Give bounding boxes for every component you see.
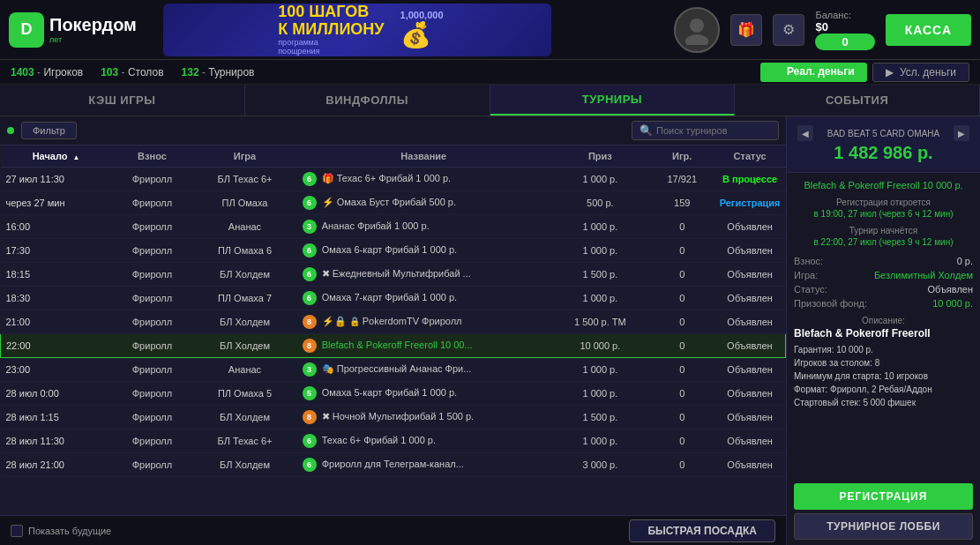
tournament-name: Фриролл для Телеграм-канал... — [322, 459, 464, 469]
cell-fee: Фриролл — [112, 406, 193, 429]
cell-prize: 1 000 р. — [550, 358, 650, 382]
banner-prev[interactable]: ◀ — [797, 125, 813, 141]
cell-game: ПЛ Омаха 5 — [192, 382, 296, 406]
tournament-name: Ежедневный Мультифрибай ... — [333, 268, 471, 279]
cell-start: 28 июл 1:15 — [1, 406, 112, 429]
col-name: Название — [297, 146, 550, 168]
reg-opens-label: Регистрация откроется — [794, 198, 973, 207]
table-row[interactable]: 16:00 Фриролл Ананас 3 Ананас Фрибай 1 0… — [1, 215, 786, 239]
cell-fee: Фриролл — [112, 287, 193, 310]
logo-icon: D — [9, 12, 44, 48]
table-row[interactable]: 18:15 Фриролл БЛ Холдем 6 ✖ Ежедневный М… — [1, 263, 786, 287]
left-panel: Фильтр 🔍 Начало ▲ Взнос Игра — [0, 116, 786, 545]
tournament-name: Ночной Мультифрибай 1 500 р. — [333, 411, 474, 422]
game-badge: 6 — [303, 172, 317, 186]
search-icon: 🔍 — [640, 124, 653, 137]
game-badge: 6 — [303, 243, 317, 258]
banner-line1: 100 ШАГОВ — [278, 4, 384, 21]
cell-game: Ананас — [192, 358, 296, 382]
table-row[interactable]: 28 июл 0:00 Фриролл ПЛ Омаха 5 5 Омаха 5… — [1, 382, 786, 406]
status-key: Статус: — [794, 284, 827, 295]
tournament-name: Омаха 5-карт Фрибай 1 000 р. — [322, 387, 457, 398]
name-icon: ✖ — [322, 411, 330, 422]
avatar[interactable] — [674, 7, 720, 53]
tab-cash[interactable]: КЭШ ИГРЫ — [0, 85, 245, 116]
lobby-button[interactable]: ТУРНИРНОЕ ЛОББИ — [794, 513, 973, 540]
register-button[interactable]: РЕГИСТРАЦИЯ — [794, 483, 973, 510]
cell-start: 18:15 — [1, 263, 112, 287]
game-badge: 6 — [303, 458, 317, 472]
table-row[interactable]: 28 июл 11:30 Фриролл БЛ Техас 6+ 6 Техас… — [1, 429, 786, 453]
svg-point-1 — [685, 34, 708, 45]
cell-start: 27 июл 11:30 — [1, 168, 112, 191]
table-row[interactable]: 28 июл 1:15 Фриролл БЛ Холдем 8 ✖ Ночной… — [1, 406, 786, 429]
tab-windfalls-label: ВИНДФОЛЛЫ — [325, 93, 408, 107]
game-badge: 8 — [303, 315, 317, 329]
cell-players: 0 — [650, 429, 714, 453]
players-stat: 1403 - Игроков — [11, 66, 83, 78]
quick-seat-button[interactable]: БЫСТРАЯ ПОСАДКА — [629, 519, 775, 542]
cell-status: Объявлен — [714, 382, 786, 406]
desc-item: Формат: Фриролл, 2 Ребая/Аддон — [794, 383, 973, 396]
banner-line2: К МИЛЛИОНУ — [278, 21, 384, 39]
table-row[interactable]: 17:30 Фриролл ПЛ Омаха 6 6 Омаха 6-карт … — [1, 239, 786, 263]
promo-banner[interactable]: 100 ШАГОВ К МИЛЛИОНУ программа поощрения… — [163, 4, 551, 56]
header: D Покердом лет 100 ШАГОВ К МИЛЛИОНУ прог… — [0, 0, 980, 60]
cell-start: 17:30 — [1, 239, 112, 263]
show-future-checkbox[interactable] — [11, 525, 23, 537]
show-future-toggle[interactable]: Показать будущие — [11, 525, 111, 537]
settings-button[interactable]: ⚙ — [773, 14, 804, 46]
desc-items: Гарантия: 10 000 р.Игроков за столом: 8М… — [794, 343, 973, 409]
tournament-name-link[interactable]: Blefach & Pokeroff Freeroll 10 000 р. — [794, 180, 973, 190]
players-count: 1403 — [11, 66, 34, 78]
bad-beat-banner: ◀ BAD BEAT 5 CARD OMAHA ▶ 1 482 986 р. — [787, 116, 980, 173]
real-money-tab[interactable]: ▶ Реал. деньги — [760, 63, 867, 82]
cell-players: 17/921 — [650, 168, 714, 191]
table-row[interactable]: 28 июл 21:00 Фриролл БЛ Холдем 6 Фриролл… — [1, 453, 786, 477]
table-row[interactable]: через 27 мин Фриролл ПЛ Омаха 6 ⚡ Омаха … — [1, 191, 786, 215]
right-panel: ◀ BAD BEAT 5 CARD OMAHA ▶ 1 482 986 р. B… — [786, 116, 980, 545]
cell-start: через 27 мин — [1, 191, 112, 215]
banner-next[interactable]: ▶ — [954, 125, 969, 141]
cell-start: 23:00 — [1, 358, 112, 382]
cell-game: ПЛ Омаха 7 — [192, 287, 296, 310]
col-status: Статус — [714, 146, 786, 168]
cell-prize: 10 000 р. — [550, 334, 650, 358]
tab-tournaments[interactable]: ТУРНИРЫ — [490, 85, 736, 116]
tournament-name: Омаха 6-карт Фрибай 1 000 р. — [322, 244, 457, 255]
description-section: Описание: Blefach & Pokeroff Freeroll Га… — [794, 316, 973, 409]
cell-players: 0 — [650, 334, 714, 358]
cell-name: 3 🎭 Прогрессивный Ананас Фри... — [297, 358, 550, 382]
tab-events[interactable]: СОБЫТИЯ — [735, 85, 980, 116]
cell-prize: 1 500 р. ТМ — [550, 310, 650, 334]
table-row[interactable]: 23:00 Фриролл Ананас 3 🎭 Прогрессивный А… — [1, 358, 786, 382]
gift-button[interactable]: 🎁 — [730, 14, 762, 46]
game-badge: 3 — [303, 220, 317, 234]
desc-item: Стартовый стек: 5 000 фишек — [794, 396, 973, 409]
tournaments-table: Начало ▲ Взнос Игра Название Приз Игр. С… — [0, 146, 786, 515]
table-row[interactable]: 21:00 Фриролл БЛ Холдем 8 ⚡🔒 🔒 PokerdomT… — [1, 310, 786, 334]
table-row[interactable]: 22:00 Фриролл БЛ Холдем 8 Blefach & Poke… — [1, 334, 786, 358]
tab-windfalls[interactable]: ВИНДФОЛЛЫ — [245, 85, 490, 116]
logo-name: Покердом — [49, 15, 137, 35]
cell-prize: 1 500 р. — [550, 406, 650, 429]
game-row: Игра: Безлимитный Холдем — [794, 268, 973, 282]
money-tabs: ▶ Реал. деньги ▶ Усл. деньги — [760, 63, 969, 82]
cell-players: 0 — [650, 239, 714, 263]
table-row[interactable]: 27 июл 11:30 Фриролл БЛ Техас 6+ 6 🎁 Тех… — [1, 168, 786, 191]
kassa-button[interactable]: КАССА — [886, 14, 971, 46]
cell-status: Объявлен — [714, 310, 786, 334]
cell-game: БЛ Холдем — [192, 310, 296, 334]
col-prize: Приз — [550, 146, 650, 168]
svg-point-0 — [690, 19, 704, 33]
search-input[interactable] — [656, 125, 771, 136]
virtual-money-tab[interactable]: ▶ Усл. деньги — [872, 63, 969, 82]
balance-bar: 0 — [815, 34, 874, 50]
balance-value: $0 — [815, 20, 874, 34]
cell-players: 159 — [650, 191, 714, 215]
cell-prize: 3 000 р. — [550, 453, 650, 477]
filter-button[interactable]: Фильтр — [21, 122, 77, 139]
table-row[interactable]: 18:30 Фриролл ПЛ Омаха 7 6 Омаха 7-карт … — [1, 287, 786, 310]
stats-bar: 1403 - Игроков 103 - Столов 132 - Турнир… — [0, 60, 980, 85]
desc-item: Игроков за столом: 8 — [794, 356, 973, 370]
